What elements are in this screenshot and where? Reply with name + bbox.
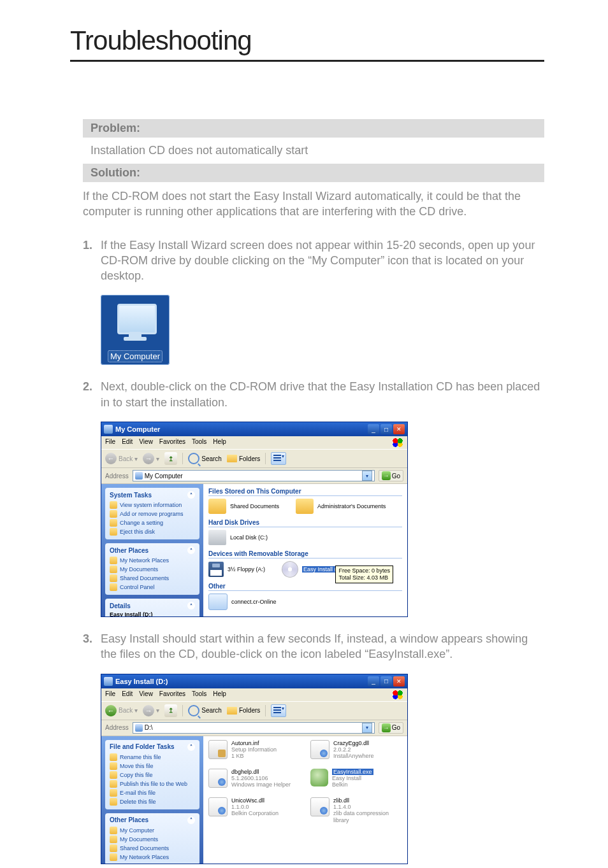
sidebar-other-places: Other Places˄ My Network Places My Docum… xyxy=(105,543,199,595)
menubar: File Edit View Favorites Tools Help xyxy=(101,436,407,449)
go-button[interactable]: →Go xyxy=(379,470,403,481)
sidebar-item[interactable]: Rename this file xyxy=(110,753,195,762)
menu-favorites[interactable]: Favorites xyxy=(159,690,185,699)
menu-help[interactable]: Help xyxy=(213,438,226,447)
floppy-icon xyxy=(208,562,224,577)
close-button[interactable] xyxy=(393,424,405,434)
menu-help[interactable]: Help xyxy=(213,690,226,699)
sidebar-item[interactable]: Delete this file xyxy=(110,797,195,806)
chevron-up-icon[interactable]: ˄ xyxy=(187,491,195,499)
chevron-up-icon[interactable]: ˄ xyxy=(187,743,195,751)
sidebar-item[interactable]: Move this file xyxy=(110,762,195,771)
folders-button[interactable]: Folders xyxy=(227,455,260,462)
network-icon xyxy=(208,594,228,610)
folder-icon xyxy=(227,707,237,715)
page-title: Troubleshooting xyxy=(70,25,544,56)
group-heading: Other xyxy=(208,583,402,591)
address-field[interactable]: My Computer ▾ xyxy=(133,470,375,481)
sidebar-item[interactable]: Copy this file xyxy=(110,771,195,779)
dll-file-icon xyxy=(208,769,228,788)
my-computer-desktop-icon[interactable]: My Computer xyxy=(101,295,170,365)
folder-item-admin-docs[interactable]: Administrator's Documents xyxy=(296,499,386,514)
file-item[interactable]: zlib.dll1.1.4.0zlib data compression lib… xyxy=(310,797,400,823)
problem-label-bar: Problem: xyxy=(83,119,544,138)
folder-icon xyxy=(208,499,226,514)
sidebar-item[interactable]: My Network Places xyxy=(110,556,195,565)
file-item[interactable]: Autorun.infSetup Information1 KB xyxy=(208,740,298,760)
forward-button[interactable]: → ▾ xyxy=(143,453,159,464)
sidebar: File and Folder Tasks˄ Rename this file … xyxy=(101,736,203,864)
sidebar-item[interactable]: Shared Documents xyxy=(110,844,195,853)
group-heading: Devices with Removable Storage xyxy=(208,550,402,559)
titlebar[interactable]: Easy Install (D:) xyxy=(101,674,407,688)
file-item[interactable]: CrazyEgg0.dll2.0.2.2InstallAnywhere xyxy=(310,740,400,760)
menu-file[interactable]: File xyxy=(105,438,115,447)
sidebar-item[interactable]: My Documents xyxy=(110,565,195,574)
content-area: Autorun.infSetup Information1 KB CrazyEg… xyxy=(203,736,407,864)
problem-text: Installation CD does not automatically s… xyxy=(70,138,544,164)
other-item[interactable]: connect.cr-Online xyxy=(208,594,277,610)
go-button[interactable]: →Go xyxy=(379,722,403,734)
icon-label: My Computer xyxy=(101,352,170,361)
chevron-up-icon[interactable]: ˄ xyxy=(187,816,195,824)
explorer-window: Easy Install (D:) File Edit View Favorit… xyxy=(101,674,408,864)
forward-button[interactable]: → ▾ xyxy=(143,705,159,716)
minimize-button[interactable] xyxy=(368,676,379,687)
menu-file[interactable]: File xyxy=(105,690,115,699)
maximize-button[interactable] xyxy=(380,676,392,687)
group-heading: Hard Disk Drives xyxy=(208,519,402,527)
search-button[interactable]: Search xyxy=(188,705,222,716)
sidebar-item[interactable]: View system information xyxy=(110,501,195,509)
sidebar-item[interactable]: My Computer xyxy=(110,826,195,835)
up-button[interactable]: ↥ xyxy=(164,704,177,717)
back-button[interactable]: ←Back ▾ xyxy=(105,453,138,464)
back-button[interactable]: ←Back ▾ xyxy=(105,705,138,716)
menu-view[interactable]: View xyxy=(139,690,153,699)
sidebar-item[interactable]: Publish this file to the Web xyxy=(110,779,195,788)
menu-edit[interactable]: Edit xyxy=(122,690,133,699)
title-underline xyxy=(70,60,544,62)
chevron-up-icon[interactable]: ˄ xyxy=(187,546,195,554)
views-button[interactable] xyxy=(271,452,286,465)
folder-item-shared-docs[interactable]: Shared Documents xyxy=(208,499,279,514)
sidebar-heading: System Tasks xyxy=(110,492,152,499)
address-dropdown[interactable]: ▾ xyxy=(362,723,372,733)
inf-file-icon xyxy=(208,740,228,759)
search-button[interactable]: Search xyxy=(188,453,222,464)
step-number: 3. xyxy=(83,631,101,646)
menu-favorites[interactable]: Favorites xyxy=(159,438,185,447)
sidebar-heading: File and Folder Tasks xyxy=(110,743,175,750)
folders-button[interactable]: Folders xyxy=(227,707,260,715)
sidebar-item[interactable]: Control Panel xyxy=(110,583,195,592)
sidebar-item[interactable]: Eject this disk xyxy=(110,527,195,536)
minimize-button[interactable] xyxy=(368,424,379,434)
drive-item-local-c[interactable]: Local Disk (C:) xyxy=(208,530,268,545)
address-label: Address xyxy=(105,473,129,480)
sidebar-item[interactable]: My Documents xyxy=(110,835,195,844)
menu-view[interactable]: View xyxy=(139,438,153,447)
sidebar-item[interactable]: Change a setting xyxy=(110,518,195,527)
sidebar: System Tasks˄ View system information Ad… xyxy=(101,484,203,616)
menu-tools[interactable]: Tools xyxy=(192,438,206,447)
chevron-up-icon[interactable]: ˄ xyxy=(187,602,195,609)
monitor-icon xyxy=(117,304,157,334)
up-button[interactable]: ↥ xyxy=(164,452,177,465)
titlebar[interactable]: My Computer xyxy=(101,422,407,436)
file-item-easyinstall[interactable]: EasyInstall.exeEasy InstallBelkin xyxy=(310,769,400,788)
menu-tools[interactable]: Tools xyxy=(192,690,206,699)
file-item[interactable]: UnicoWsc.dll1.1.0.0Belkin Corporation xyxy=(208,797,298,823)
close-button[interactable] xyxy=(393,676,405,687)
menu-edit[interactable]: Edit xyxy=(122,438,133,447)
sidebar-item[interactable]: Shared Documents xyxy=(110,574,195,583)
sidebar-item[interactable]: My Network Places xyxy=(110,853,195,862)
address-field[interactable]: D:\ ▾ xyxy=(133,722,375,734)
maximize-button[interactable] xyxy=(380,424,392,434)
drive-item-floppy[interactable]: 3½ Floppy (A:) xyxy=(208,561,265,578)
file-item[interactable]: dbghelp.dll5.1.2600.1106Windows Image He… xyxy=(208,769,298,788)
sidebar-item[interactable]: E-mail this file xyxy=(110,788,195,797)
window-controls xyxy=(368,676,405,687)
address-dropdown[interactable]: ▾ xyxy=(362,471,372,481)
content-area: Files Stored on This Computer Shared Doc… xyxy=(203,484,407,616)
views-button[interactable] xyxy=(271,704,286,717)
sidebar-item[interactable]: Add or remove programs xyxy=(110,509,195,518)
